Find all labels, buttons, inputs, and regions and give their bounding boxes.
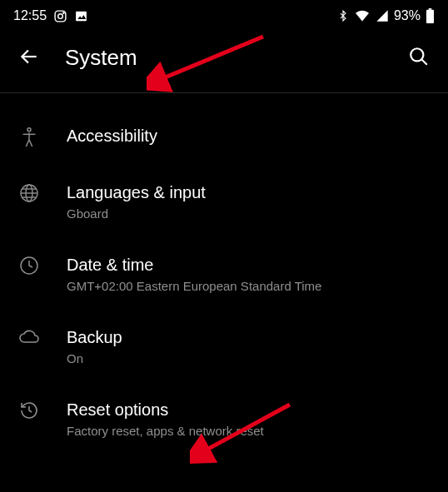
search-icon[interactable]	[408, 46, 430, 71]
svg-rect-5	[426, 10, 434, 23]
svg-line-14	[29, 140, 32, 147]
list-item-label: Date & time	[67, 254, 430, 276]
list-item-sub: Factory reset, apps & network reset	[67, 424, 430, 438]
list-item-languages[interactable]: Languages & input Gboard	[0, 165, 448, 237]
list-item-label: Backup	[67, 326, 430, 348]
status-time: 12:55	[13, 8, 47, 23]
list-item-label: Reset options	[67, 399, 430, 420]
list-item-reset[interactable]: Reset options Factory reset, apps & netw…	[0, 382, 448, 455]
svg-point-1	[58, 13, 63, 18]
svg-line-9	[421, 59, 427, 65]
list-item-sub: Gboard	[67, 206, 430, 221]
list-item-accessibility[interactable]: Accessibility	[0, 108, 448, 165]
image-icon	[74, 9, 88, 23]
svg-point-2	[63, 12, 64, 12]
svg-point-10	[27, 128, 31, 132]
page-title: System	[65, 45, 383, 71]
back-icon[interactable]	[18, 46, 40, 71]
list-item-sub: GMT+02:00 Eastern European Standard Time	[67, 279, 430, 293]
battery-percent: 93%	[394, 8, 421, 23]
clock-icon	[18, 254, 40, 276]
svg-rect-6	[429, 8, 432, 10]
list-item-sub: On	[67, 351, 430, 365]
signal-icon	[376, 9, 389, 22]
accessibility-icon	[18, 125, 40, 148]
cloud-icon	[18, 326, 40, 345]
svg-line-13	[26, 140, 29, 147]
list-item-label: Accessibility	[67, 125, 430, 147]
globe-icon	[18, 181, 40, 203]
list-item-backup[interactable]: Backup On	[0, 310, 448, 382]
list-item-datetime[interactable]: Date & time GMT+02:00 Eastern European S…	[0, 237, 448, 310]
instagram-icon	[53, 9, 67, 23]
status-bar: 12:55 93%	[0, 0, 448, 28]
bluetooth-icon	[337, 8, 349, 23]
settings-list: Accessibility Languages & input Gboard D…	[0, 93, 448, 455]
history-icon	[18, 399, 40, 420]
svg-rect-3	[76, 11, 87, 20]
app-bar: System	[0, 28, 448, 92]
wifi-icon	[354, 9, 371, 22]
battery-icon	[426, 8, 435, 23]
svg-point-8	[411, 48, 423, 61]
list-item-label: Languages & input	[67, 181, 430, 203]
